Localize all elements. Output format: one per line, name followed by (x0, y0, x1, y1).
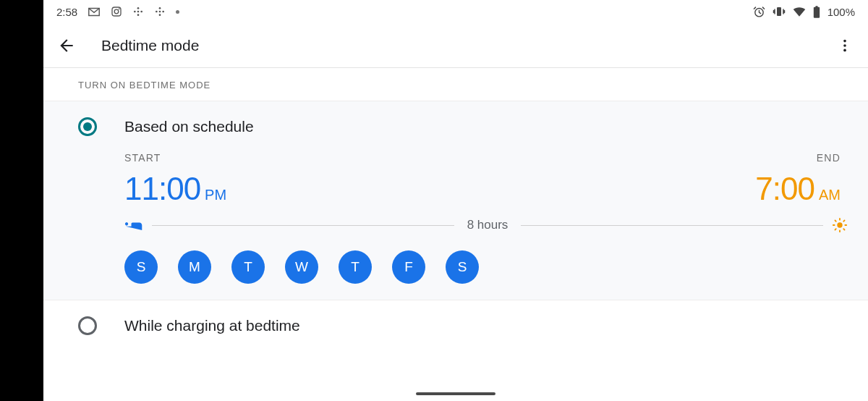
bed-icon (124, 219, 143, 232)
vibrate-icon (773, 6, 786, 17)
svg-point-5 (137, 14, 140, 16)
svg-point-4 (137, 7, 140, 9)
svg-point-3 (137, 11, 140, 13)
battery-percent: 100% (827, 6, 855, 18)
svg-point-9 (159, 7, 161, 9)
duration-line-left (152, 225, 454, 226)
start-label: START (124, 152, 226, 164)
svg-point-1 (114, 9, 119, 14)
svg-point-17 (843, 39, 846, 42)
more-notifications-dot (176, 10, 179, 14)
podcast-icon-2 (154, 6, 166, 17)
svg-point-20 (837, 222, 842, 227)
svg-point-2 (119, 8, 120, 9)
page-title: Bedtime mode (101, 37, 199, 54)
end-time-value: 7:00 (755, 171, 814, 207)
svg-point-6 (134, 11, 136, 13)
day-fri[interactable]: F (392, 250, 425, 284)
option-schedule-title: Based on schedule (124, 118, 254, 135)
option-charging-title: While charging at bedtime (124, 317, 300, 334)
more-options-button[interactable] (835, 35, 855, 56)
radio-charging[interactable] (78, 316, 97, 335)
svg-point-8 (159, 11, 161, 13)
status-time: 2:58 (56, 6, 77, 18)
nav-handle[interactable] (416, 392, 495, 395)
svg-rect-14 (777, 7, 781, 16)
wifi-icon (793, 7, 806, 17)
gmail-icon (88, 7, 101, 17)
day-tue[interactable]: T (231, 250, 265, 284)
day-thu[interactable]: T (339, 250, 372, 284)
days-row: S M T W T F S (124, 250, 848, 284)
end-label: END (755, 152, 841, 164)
radio-schedule[interactable] (78, 117, 97, 136)
svg-rect-16 (815, 6, 817, 7)
instagram-icon (111, 6, 122, 17)
start-time-ampm: PM (205, 187, 226, 203)
svg-point-7 (141, 11, 143, 13)
day-wed[interactable]: W (285, 250, 318, 284)
end-time-ampm: AM (819, 187, 841, 203)
podcast-icon (132, 6, 144, 17)
day-sun[interactable]: S (124, 250, 158, 284)
day-sat[interactable]: S (446, 250, 479, 284)
start-time-value: 11:00 (124, 171, 200, 207)
app-header: Bedtime mode (43, 23, 868, 68)
option-schedule[interactable]: Based on schedule START 11:00 PM END 7: (43, 101, 868, 300)
sun-icon (832, 217, 848, 233)
end-time-button[interactable]: 7:00 AM (755, 171, 841, 207)
svg-point-10 (159, 14, 161, 16)
status-bar: 2:58 (43, 0, 868, 23)
start-time-button[interactable]: 11:00 PM (124, 171, 226, 207)
svg-point-12 (163, 11, 165, 13)
duration-text: 8 hours (463, 218, 513, 232)
svg-point-11 (156, 11, 158, 13)
duration-line-right (521, 225, 823, 226)
option-charging[interactable]: While charging at bedtime (43, 300, 868, 351)
svg-rect-15 (813, 7, 819, 17)
section-label: TURN ON BEDTIME MODE (43, 68, 868, 101)
day-mon[interactable]: M (178, 250, 211, 284)
alarm-icon (753, 6, 765, 18)
back-button[interactable] (56, 35, 77, 56)
battery-icon (813, 6, 820, 18)
svg-point-19 (843, 48, 846, 51)
svg-point-18 (843, 44, 846, 47)
